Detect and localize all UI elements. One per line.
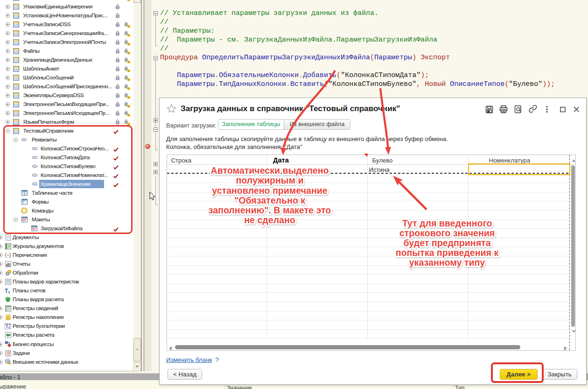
svg-text:т: т (8, 325, 10, 329)
svg-text:т: т (8, 289, 10, 294)
